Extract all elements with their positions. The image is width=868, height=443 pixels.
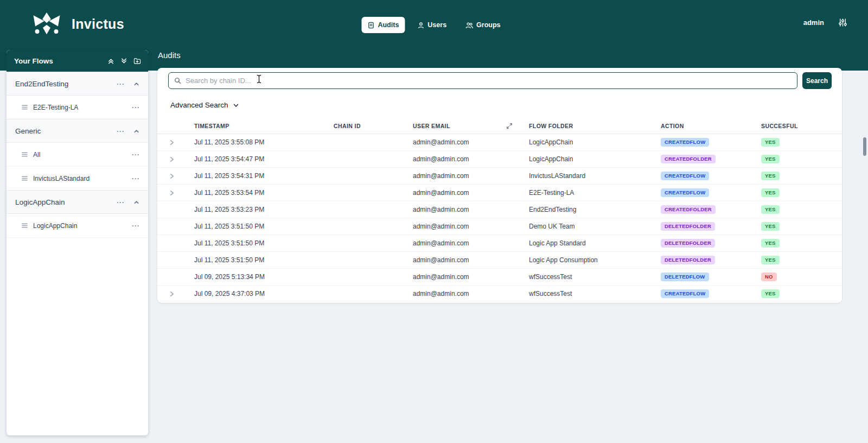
row-expand-icon[interactable] — [157, 290, 194, 298]
sidebar-group-logicappchain[interactable]: LogicAppChain⋯ — [7, 190, 148, 214]
action-badge: DELETEDFOLDER — [661, 239, 715, 248]
cell-successful: YES — [761, 256, 842, 264]
audits-card: Search Advanced Search TIMESTAMP CHAIN I… — [157, 68, 842, 303]
action-badge: CREATEDFLOW — [661, 188, 709, 197]
table-row[interactable]: Jul 11, 2025 3:51:50 PMadmin@admin.comDe… — [157, 218, 842, 235]
group-chevron-up-icon[interactable] — [133, 128, 140, 135]
sidebar-tools — [107, 58, 141, 65]
cell-timestamp: Jul 11, 2025 3:53:23 PM — [194, 206, 334, 213]
sidebar-flow-invictuslastandard[interactable]: InvictusLAStandard⋯ — [7, 167, 148, 191]
sidebar: Your Flows End2EndTesting⋯E2E-Testing-LA… — [7, 50, 148, 435]
cell-flow-folder: Demo UK Team — [529, 223, 661, 230]
header-right: admin — [803, 18, 847, 27]
successful-badge: YES — [761, 289, 780, 298]
action-badge: DELETEDFOLDER — [661, 222, 715, 231]
expand-all-icon[interactable] — [120, 58, 127, 65]
successful-badge: NO — [761, 273, 777, 281]
cell-action: DELETEDFOLDER — [661, 239, 761, 248]
flow-list-icon — [21, 151, 28, 158]
audits-table: TIMESTAMP CHAIN ID USER EMAIL FLOW FOLDE… — [157, 118, 842, 302]
sidebar-group-end2endtesting[interactable]: End2EndTesting⋯ — [7, 72, 148, 96]
cell-user-email: admin@admin.com — [413, 239, 529, 247]
advanced-search-toggle[interactable]: Advanced Search — [170, 101, 239, 109]
audits-clipboard-icon — [367, 22, 374, 29]
cell-timestamp: Jul 11, 2025 3:53:54 PM — [194, 189, 334, 197]
table-row[interactable]: Jul 11, 2025 3:53:23 PMadmin@admin.comEn… — [157, 201, 842, 218]
nav-audits-button[interactable]: Audits — [361, 17, 405, 33]
successful-badge: YES — [761, 155, 780, 163]
chain-id-search-input[interactable] — [186, 77, 792, 85]
action-badge: CREATEDFLOW — [661, 289, 709, 298]
sidebar-flow-all[interactable]: All⋯ — [7, 143, 148, 167]
table-row[interactable]: Jul 09, 2025 5:13:34 PMadmin@admin.comwf… — [157, 269, 842, 286]
table-header-row: TIMESTAMP CHAIN ID USER EMAIL FLOW FOLDE… — [157, 118, 842, 134]
search-button[interactable]: Search — [802, 72, 832, 89]
action-badge: CREATEDFOLDER — [661, 155, 716, 163]
nav-groups-label: Groups — [476, 21, 500, 29]
cell-timestamp: Jul 11, 2025 3:51:50 PM — [194, 239, 334, 247]
diagonal-arrows-icon[interactable] — [506, 123, 513, 129]
flow-menu-icon[interactable]: ⋯ — [131, 174, 140, 182]
group-chevron-up-icon[interactable] — [133, 80, 140, 87]
flow-menu-icon[interactable]: ⋯ — [131, 150, 140, 159]
nav-users-button[interactable]: Users — [411, 17, 452, 33]
scrollbar-thumb[interactable] — [863, 137, 866, 156]
col-action: ACTION — [661, 123, 761, 129]
group-chevron-up-icon[interactable] — [133, 199, 140, 206]
col-user-email-label: USER EMAIL — [413, 123, 450, 129]
table-row[interactable]: Jul 11, 2025 3:51:50 PMadmin@admin.comLo… — [157, 235, 842, 252]
advanced-search-row: Advanced Search — [157, 89, 842, 110]
nav-audits-label: Audits — [378, 21, 399, 29]
flow-list-icon — [21, 222, 28, 229]
app-header: Invictus Audits Users — [0, 0, 868, 50]
group-menu-icon[interactable]: ⋯ — [116, 127, 125, 135]
table-row[interactable]: Jul 11, 2025 3:54:31 PMadmin@admin.comIn… — [157, 168, 842, 185]
cell-successful: YES — [761, 239, 842, 248]
cell-user-email: admin@admin.com — [413, 206, 529, 213]
flow-tree: End2EndTesting⋯E2E-Testing-LA⋯Generic⋯Al… — [7, 72, 148, 238]
flow-menu-icon[interactable]: ⋯ — [131, 221, 140, 230]
table-row[interactable]: Jul 11, 2025 3:54:47 PMadmin@admin.comLo… — [157, 151, 842, 168]
cell-successful: YES — [761, 138, 842, 147]
cell-timestamp: Jul 09, 2025 4:37:03 PM — [194, 290, 334, 298]
row-expand-icon[interactable] — [157, 173, 194, 180]
sidebar-group-generic[interactable]: Generic⋯ — [7, 119, 148, 143]
cell-successful: YES — [761, 289, 842, 298]
action-badge: DELETEDFLOW — [661, 273, 709, 281]
add-folder-icon[interactable] — [133, 58, 141, 65]
successful-badge: YES — [761, 256, 780, 264]
successful-badge: YES — [761, 205, 780, 214]
table-row[interactable]: Jul 11, 2025 3:55:08 PMadmin@admin.comLo… — [157, 134, 842, 151]
sidebar-flow-logicappchain[interactable]: LogicAppChain⋯ — [7, 214, 148, 238]
nav-groups-button[interactable]: Groups — [459, 17, 506, 33]
table-row[interactable]: Jul 09, 2025 4:37:03 PMadmin@admin.comwf… — [157, 286, 842, 302]
flow-menu-icon[interactable]: ⋯ — [131, 103, 140, 111]
col-chain-id: CHAIN ID — [334, 123, 413, 129]
collapse-all-icon[interactable] — [107, 58, 114, 65]
table-row[interactable]: Jul 11, 2025 3:51:50 PMadmin@admin.comLo… — [157, 252, 842, 269]
cell-user-email: admin@admin.com — [413, 155, 529, 163]
cell-successful: YES — [761, 155, 842, 163]
cell-user-email: admin@admin.com — [413, 273, 529, 281]
col-flow-folder: FLOW FOLDER — [529, 123, 661, 129]
table-row[interactable]: Jul 11, 2025 3:53:54 PMadmin@admin.comE2… — [157, 185, 842, 201]
group-menu-icon[interactable]: ⋯ — [116, 80, 125, 88]
flow-list-icon — [21, 175, 28, 182]
chevron-down-icon — [233, 102, 239, 109]
cell-user-email: admin@admin.com — [413, 138, 529, 146]
flow-label: LogicAppChain — [33, 222, 77, 230]
cell-user-email: admin@admin.com — [413, 290, 529, 298]
sidebar-title: Your Flows — [14, 57, 53, 65]
cell-flow-folder: End2EndTesting — [529, 206, 661, 213]
cell-action: CREATEDFOLDER — [661, 155, 761, 163]
cell-flow-folder: wfSuccessTest — [529, 290, 661, 298]
cell-action: CREATEDFLOW — [661, 289, 761, 298]
username: admin — [803, 18, 824, 27]
row-expand-icon[interactable] — [157, 189, 194, 197]
settings-sliders-icon[interactable] — [838, 18, 847, 27]
sidebar-flow-e2e-testing-la[interactable]: E2E-Testing-LA⋯ — [7, 96, 148, 119]
row-expand-icon[interactable] — [157, 156, 194, 163]
row-expand-icon[interactable] — [157, 139, 194, 146]
group-menu-icon[interactable]: ⋯ — [116, 198, 125, 206]
search-box — [168, 72, 797, 89]
